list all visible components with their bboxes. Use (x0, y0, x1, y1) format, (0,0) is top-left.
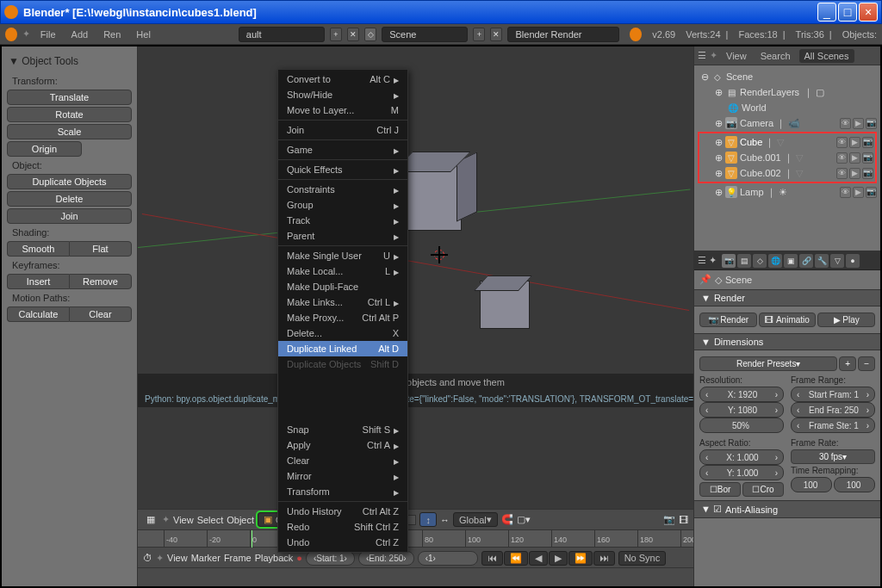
del-layout-button[interactable]: ✕ (347, 28, 359, 41)
sync-dropdown[interactable]: No Sync (618, 551, 667, 566)
render-icon[interactable]: 📷 (663, 514, 675, 525)
menu-undo[interactable]: UndoCtrl Z (278, 535, 407, 550)
window-maximize-button[interactable]: □ (838, 3, 857, 22)
vp-menu-select[interactable]: Select (197, 515, 224, 525)
new-scene-button[interactable]: + (473, 28, 485, 41)
outliner-cube-row[interactable]: ⊕▽ Cube｜▽ 👁 ▶ 📷 (701, 134, 873, 150)
select-toggle[interactable]: ▶ (853, 118, 864, 129)
border-toggle[interactable]: ☐ Bor (699, 482, 741, 497)
tl-menu-frame[interactable]: Frame (224, 553, 252, 563)
editor-type-icon[interactable]: ▦ (143, 514, 158, 525)
insert-keyframe-button[interactable]: Insert (7, 274, 69, 289)
join-button[interactable]: Join (7, 208, 132, 224)
render-engine-dropdown[interactable]: Blender Render (507, 27, 619, 42)
snap-type-icon[interactable]: ▢▾ (517, 514, 531, 525)
menu-help[interactable]: Hel (131, 28, 156, 41)
select-toggle[interactable]: ▶ (849, 168, 860, 179)
tl-menu-playback[interactable]: Playback (255, 553, 294, 563)
record-icon[interactable]: ● (296, 553, 302, 563)
anti-aliasing-header[interactable]: ▼ ☑ Anti-Aliasing (694, 500, 880, 518)
new-layout-button[interactable]: + (330, 28, 342, 41)
vp-menu-view[interactable]: View (173, 515, 194, 525)
render-toggle[interactable]: 📷 (862, 137, 873, 148)
outliner-lamp-row[interactable]: ⊕💡 Lamp｜☀ 👁 ▶ 📷 (698, 184, 877, 200)
translate-button[interactable]: Translate (7, 90, 132, 105)
render-section-header[interactable]: ▼ Render (694, 289, 880, 306)
scale-button[interactable]: Scale (7, 124, 132, 139)
menu-undo-history[interactable]: Undo HistoryCtrl Alt Z (278, 504, 407, 519)
next-keyframe-button[interactable]: ⏩ (568, 551, 593, 566)
aspect-x-field[interactable]: ‹X: 1.000› (699, 449, 784, 465)
clear-button[interactable]: Clear (69, 306, 132, 322)
menu-quickfx[interactable]: Quick Effects (278, 162, 407, 177)
renderlayer-tab-icon[interactable]: ▤ (737, 254, 751, 268)
visible-toggle[interactable]: 👁 (836, 168, 848, 179)
manip-arrows-icon[interactable]: ↔ (440, 515, 450, 525)
del-scene-button[interactable]: ✕ (490, 28, 502, 41)
select-toggle[interactable]: ▶ (849, 152, 860, 164)
object-tab-icon[interactable]: ▣ (784, 254, 798, 268)
visible-toggle[interactable]: 👁 (840, 118, 851, 129)
render-button[interactable]: 📷 Render (699, 313, 757, 327)
res-x-field[interactable]: ‹X: 1920› (699, 387, 784, 402)
menu-transform[interactable]: Transform (278, 484, 407, 499)
scene-tab-icon[interactable]: ◇ (753, 254, 767, 268)
menu-clear[interactable]: Clear (278, 453, 407, 468)
menu-group[interactable]: Group (278, 197, 407, 213)
add-preset-button[interactable]: + (839, 356, 856, 371)
play-reverse-button[interactable]: ◀ (529, 551, 548, 566)
tl-menu-view[interactable]: View (167, 553, 188, 563)
jump-start-button[interactable]: ⏮ (481, 551, 503, 566)
menu-redo[interactable]: RedoShift Ctrl Z (278, 519, 407, 535)
smooth-button[interactable]: Smooth (7, 241, 69, 257)
render-toggle[interactable]: 📷 (866, 118, 877, 129)
rotate-button[interactable]: Rotate (7, 107, 132, 122)
del-preset-button[interactable]: − (858, 356, 875, 371)
render-toggle[interactable]: 📷 (866, 187, 877, 198)
orientation-dropdown[interactable]: Global ▾ (453, 512, 498, 527)
start-frame-field[interactable]: ‹Start Fram: 1› (791, 387, 875, 402)
play-button[interactable]: ▶ Play (817, 313, 875, 327)
fps-dropdown[interactable]: 30 fps ▾ (791, 449, 875, 464)
outliner-tree[interactable]: ⊖◇ Scene ⊕▤ RenderLayers ｜▢ 🌐 World ⊕📷 C… (694, 65, 880, 251)
menu-game[interactable]: Game (278, 142, 407, 158)
manipulator-toggle[interactable]: ↕ (419, 512, 437, 527)
outliner-view-menu[interactable]: View (721, 49, 752, 63)
snap-icon[interactable]: 🧲 (501, 514, 513, 525)
outliner-search-menu[interactable]: Search (755, 49, 796, 63)
end-frame-field[interactable]: ‹End Fra: 250› (791, 402, 875, 418)
menu-move-layer[interactable]: Move to Layer...M (278, 102, 407, 118)
menu-showhide[interactable]: Show/Hide (278, 87, 407, 102)
outliner-cube002-row[interactable]: ⊕▽ Cube.002｜▽ 👁 ▶ 📷 (701, 165, 873, 181)
outliner-scene-row[interactable]: ⊖◇ Scene (698, 69, 877, 84)
outliner-type-icon[interactable]: ☰ (698, 50, 706, 61)
menu-make-proxy[interactable]: Make Proxy...Ctrl Alt P (278, 310, 407, 325)
menu-track[interactable]: Track (278, 213, 407, 228)
origin-button[interactable]: Origin (7, 141, 82, 157)
menu-delete[interactable]: Delete...X (278, 325, 407, 341)
render-presets-dropdown[interactable]: Render Presets ▾ (699, 356, 837, 371)
crop-toggle[interactable]: ☐ Cro (742, 482, 784, 497)
menu-convert[interactable]: Convert toAlt C (278, 71, 407, 87)
menu-add[interactable]: Add (66, 28, 94, 41)
tl-menu-marker[interactable]: Marker (191, 553, 220, 563)
menu-mirror[interactable]: Mirror (278, 468, 407, 484)
props-type-icon[interactable]: ☰ ✦ (698, 255, 717, 266)
animation-button[interactable]: 🎞 Animatio (759, 313, 817, 327)
visible-toggle[interactable]: 👁 (836, 137, 848, 148)
menu-duplicate-objects[interactable]: Duplicate ObjectsShift D (278, 356, 407, 372)
pin-icon[interactable]: 📌 (699, 274, 711, 286)
outliner-renderlayers-row[interactable]: ⊕▤ RenderLayers ｜▢ (698, 84, 877, 100)
window-minimize-button[interactable]: _ (817, 3, 836, 22)
select-toggle[interactable]: ▶ (853, 187, 864, 198)
render-tab-icon[interactable]: 📷 (722, 254, 736, 268)
layout-dropdown[interactable]: ault (239, 27, 325, 42)
viewport-3d[interactable]: Duplicate selected objects and move them… (138, 46, 693, 586)
flat-button[interactable]: Flat (69, 241, 132, 257)
frame-step-field[interactable]: ‹Frame Ste: 1› (791, 418, 875, 433)
menu-single-user[interactable]: Make Single UserU (278, 248, 407, 263)
outliner-cube001-row[interactable]: ⊕▽ Cube.001｜▽ 👁 ▶ 📷 (701, 150, 873, 165)
constraints-tab-icon[interactable]: 🔗 (799, 254, 813, 268)
remap-new-field[interactable]: 100 (834, 477, 875, 492)
outliner-mode-dropdown[interactable]: All Scenes (799, 49, 854, 63)
